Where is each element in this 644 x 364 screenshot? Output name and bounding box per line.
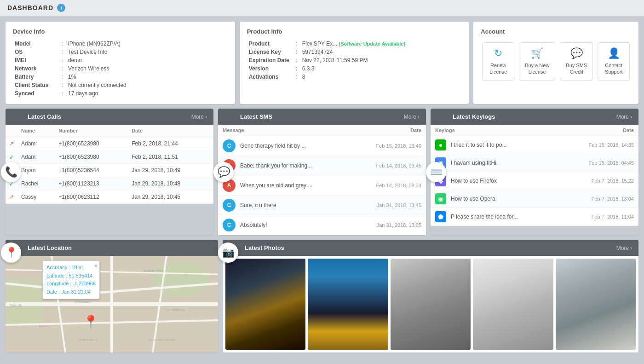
- photos-grid: [223, 256, 638, 352]
- sms-message-text: Babe, thank you for making...: [240, 162, 372, 169]
- device-info-title: Device Info: [13, 28, 228, 35]
- account-card: Account ↻ RenewLicense🛒 Buy a NewLicense…: [473, 22, 638, 104]
- keylogs-more-button[interactable]: More ›: [616, 114, 632, 120]
- keylogs-col-header: Keylogs Date: [431, 125, 638, 136]
- map-svg: Willesden Belsize Park Park Hill Primros…: [6, 256, 218, 352]
- photo-thumb-3[interactable]: [391, 259, 471, 350]
- calls-icon-circle: 📞: [1, 162, 21, 182]
- svg-text:St. John's Wood: St. John's Wood: [148, 338, 175, 342]
- buy-license-label: Buy a NewLicense: [525, 62, 549, 75]
- svg-text:Park Hill: Park Hill: [10, 304, 23, 307]
- sms-message-text: Gene therapy field hit by ...: [240, 143, 372, 149]
- map-popup: × Accuracy : 10 m. Latitude : 51.535414 …: [42, 260, 100, 299]
- sms-date-text: Feb 14, 2018, 09:45: [376, 163, 421, 168]
- device-info-row: Battery:1%: [13, 73, 228, 81]
- calls-table-row: ↗ Bryan +1(800)5236544 Jan 29, 2018, 10:…: [6, 164, 213, 177]
- sms-col-message: Message: [223, 127, 410, 133]
- calls-widget-title: Latest Calls: [28, 113, 61, 120]
- keylogs-widget-body: Keylogs Date ● I tried it to set it to p…: [431, 125, 638, 226]
- photo-thumb-1[interactable]: [225, 259, 305, 350]
- call-direction-icon: ↗: [9, 194, 14, 200]
- account-btn-renew[interactable]: ↻ RenewLicense: [482, 42, 514, 81]
- svg-text:Belsize Park: Belsize Park: [144, 269, 164, 273]
- product-info-card: Product Info Product:FlexiSPY Ex... [Sof…: [240, 22, 469, 104]
- account-btn-contact[interactable]: 👤 ContactSupport: [598, 42, 630, 81]
- keylogs-col-text: Keylogs: [435, 127, 623, 133]
- account-title: Account: [481, 28, 631, 35]
- sms-message-text: Absolutely!: [240, 222, 372, 228]
- account-btn-buy-license[interactable]: 🛒 Buy a NewLicense: [519, 42, 555, 81]
- sms-widget-title: Latest SMS: [240, 113, 272, 120]
- sms-date-text: Jan 31, 2018, 13:45: [377, 202, 421, 208]
- sms-widget-header: Latest SMS More ›: [218, 109, 426, 125]
- calls-widget-header: Latest Calls More ›: [6, 109, 213, 125]
- map-container: Willesden Belsize Park Park Hill Primros…: [6, 256, 218, 352]
- sms-avatar: C: [223, 219, 236, 231]
- photo-thumb-2[interactable]: [308, 259, 388, 350]
- buy-license-icon: 🛒: [531, 47, 543, 59]
- map-popup-close[interactable]: ×: [94, 262, 98, 271]
- photos-widget-title: Latest Photos: [245, 244, 284, 251]
- device-info-card: Device Info Model:iPhone (MN962ZP/A)OS:T…: [6, 22, 235, 104]
- latest-sms-widget: 💬 Latest SMS More › Message Date C Gene …: [218, 109, 426, 235]
- renew-icon: ↻: [494, 47, 502, 59]
- keylogs-widget-header: Latest Keylogs More ›: [431, 109, 638, 125]
- latest-photos-widget: 📷 Latest Photos More ›: [223, 240, 638, 352]
- sms-more-button[interactable]: More ›: [404, 114, 420, 120]
- photo-thumb-5[interactable]: [556, 259, 636, 350]
- calls-table-row: ↙ Adam +1(800)6523980 Feb 2, 2018, 11:51: [6, 150, 213, 164]
- calls-col-date: Date: [128, 125, 213, 137]
- keylog-text: P lease share the idea for...: [451, 214, 587, 220]
- product-info-row: Activations:8: [247, 73, 462, 81]
- latest-keylogs-widget: ⌨️ Latest Keylogs More › Keylogs Date ● …: [431, 109, 638, 235]
- info-icon[interactable]: i: [57, 4, 65, 12]
- sms-list-item: A Babe, thank you for making... Feb 14, …: [218, 156, 426, 176]
- keylogs-widget-title: Latest Keylogs: [453, 113, 495, 120]
- device-info-row: Client Status:Not currently connected: [13, 81, 228, 89]
- keylogs-col-date: Date: [623, 127, 634, 133]
- keylog-app-icon: ●: [435, 139, 446, 150]
- device-info-row: OS:Test Device Info: [13, 48, 228, 56]
- keylog-date: Feb 7, 2018, 13:04: [592, 196, 634, 202]
- device-info-table: Model:iPhone (MN962ZP/A)OS:Test Device I…: [13, 40, 228, 98]
- buy-sms-label: Buy SMSCredit: [566, 62, 587, 75]
- photos-icon-circle: 📷: [218, 243, 238, 263]
- svg-text:Harrow...: Harrow...: [38, 325, 49, 328]
- sms-icon-circle: 💬: [213, 162, 234, 182]
- device-info-row: Model:iPhone (MN962ZP/A): [13, 40, 228, 48]
- device-info-row: IMEI:demo: [13, 56, 228, 64]
- call-direction-icon: ↙: [9, 154, 14, 160]
- photos-widget-body: [223, 256, 638, 352]
- keylog-list-item: ◉ I havam using fitHi, Feb 15, 2018, 04:…: [431, 154, 638, 172]
- keylog-list-item: ◆ How to use Firefox Feb 7, 2018, 15:22: [431, 172, 638, 190]
- keylog-text: I tried it to set it to po...: [451, 142, 584, 148]
- calls-table: Name Number Date ↗ Adam +1(800)6523980 F…: [6, 125, 213, 204]
- keylog-app-icon: ⬟: [435, 211, 446, 222]
- page-title: DASHBOARD: [7, 4, 53, 12]
- keylog-date: Feb 7, 2018, 11:04: [592, 214, 634, 220]
- calls-col-name: Name: [17, 125, 55, 137]
- photo-thumb-4[interactable]: [473, 259, 553, 350]
- photos-more-button[interactable]: More ›: [616, 245, 632, 251]
- calls-more-button[interactable]: More ›: [191, 114, 207, 120]
- sms-date-text: Feb 15, 2018, 13:40: [376, 143, 421, 149]
- keylog-date: Feb 15, 2018, 14:35: [589, 142, 634, 148]
- contact-icon: 👤: [608, 47, 620, 59]
- map-latitude: Latitude : 51.535414: [46, 272, 96, 280]
- latest-location-widget: 📍 Latest Location: [6, 240, 218, 352]
- keylog-app-icon: ◉: [435, 193, 446, 204]
- svg-text:Willesden: Willesden: [75, 300, 91, 304]
- sms-message-text: When you are old and grey ...: [240, 182, 372, 189]
- sms-avatar: C: [223, 199, 236, 212]
- product-info-table: Product:FlexiSPY Ex... [Software Update …: [247, 40, 462, 81]
- location-widget-header: Latest Location: [6, 240, 218, 256]
- keylog-list-item: ● I tried it to set it to po... Feb 15, …: [431, 136, 638, 154]
- sms-list-item: C Gene therapy field hit by ... Feb 15, …: [218, 136, 426, 156]
- product-info-row: Product:FlexiSPY Ex... [Software Update …: [247, 40, 462, 48]
- latest-calls-widget: 📞 Latest Calls More › Name Number D: [6, 109, 213, 235]
- product-info-row: Version:6.3.3: [247, 64, 462, 73]
- account-btn-buy-sms[interactable]: 💬 Buy SMSCredit: [560, 42, 593, 81]
- photos-widget-header: Latest Photos More ›: [223, 240, 638, 256]
- map-pin: 📍: [83, 314, 99, 329]
- svg-text:Primrose Hill: Primrose Hill: [167, 308, 185, 312]
